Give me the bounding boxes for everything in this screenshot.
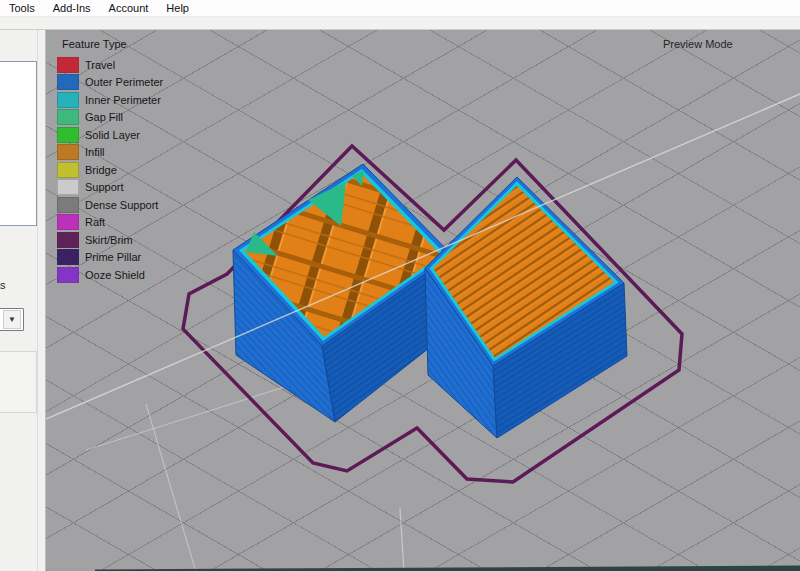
- legend-color-swatch: [57, 127, 79, 143]
- legend-color-swatch: [57, 249, 79, 265]
- legend-item-solid-layer: Solid Layer: [57, 126, 163, 144]
- legend-label: Ooze Shield: [85, 269, 145, 281]
- legend-label: Skirt/Brim: [85, 234, 133, 246]
- feature-legend-items: TravelOuter PerimeterInner PerimeterGap …: [57, 56, 163, 284]
- legend-label: Support: [85, 181, 124, 193]
- menu-item-help[interactable]: Help: [157, 0, 198, 16]
- left-panel: s ▼: [0, 30, 46, 571]
- legend-item-dense-support: Dense Support: [57, 196, 163, 214]
- panel-dropdown[interactable]: ▼: [0, 308, 24, 331]
- legend-item-infill: Infill: [57, 144, 163, 162]
- model-cube-left[interactable]: [233, 164, 457, 422]
- preview-3d-viewport[interactable]: Feature Type TravelOuter PerimeterInner …: [46, 30, 800, 571]
- menu-bar: ToolsAdd-InsAccountHelp: [0, 0, 800, 17]
- legend-item-bridge: Bridge: [57, 161, 163, 179]
- preview-mode-label: Preview Mode: [663, 38, 733, 50]
- legend-color-swatch: [57, 179, 79, 195]
- legend-item-travel: Travel: [57, 56, 163, 74]
- legend-item-prime-pillar: Prime Pillar: [57, 249, 163, 267]
- chevron-down-icon[interactable]: ▼: [3, 310, 21, 329]
- feature-type-legend: Feature Type TravelOuter PerimeterInner …: [57, 38, 163, 284]
- legend-item-gap-fill: Gap Fill: [57, 109, 163, 127]
- bed-edge-line-left: [146, 404, 196, 571]
- legend-color-swatch: [57, 267, 79, 283]
- legend-label: Gap Fill: [85, 111, 123, 123]
- legend-color-swatch: [57, 197, 79, 213]
- legend-label: Dense Support: [85, 199, 158, 211]
- legend-label: Bridge: [85, 164, 117, 176]
- process-list-box[interactable]: [0, 61, 37, 226]
- legend-color-swatch: [57, 74, 79, 90]
- legend-label: Solid Layer: [85, 129, 140, 141]
- legend-color-swatch: [57, 109, 79, 125]
- legend-color-swatch: [57, 162, 79, 178]
- legend-item-raft: Raft: [57, 214, 163, 232]
- bed-edge-line-bottom: [400, 508, 404, 571]
- legend-color-swatch: [57, 232, 79, 248]
- menu-item-account[interactable]: Account: [100, 0, 158, 16]
- menu-item-tools[interactable]: Tools: [0, 0, 44, 16]
- legend-label: Travel: [85, 59, 115, 71]
- legend-color-swatch: [57, 92, 79, 108]
- panel-divider: [37, 30, 38, 571]
- legend-title: Feature Type: [62, 38, 163, 50]
- legend-item-inner-perimeter: Inner Perimeter: [57, 91, 163, 109]
- legend-label: Infill: [85, 146, 105, 158]
- toolbar-strip: [0, 17, 800, 30]
- legend-item-support: Support: [57, 179, 163, 197]
- legend-item-outer-perimeter: Outer Perimeter: [57, 74, 163, 92]
- legend-label: Outer Perimeter: [85, 76, 163, 88]
- legend-color-swatch: [57, 57, 79, 73]
- legend-label: Inner Perimeter: [85, 94, 161, 106]
- legend-item-skirt-brim: Skirt/Brim: [57, 231, 163, 249]
- legend-item-ooze-shield: Ooze Shield: [57, 266, 163, 284]
- menu-item-add-ins[interactable]: Add-Ins: [44, 0, 100, 16]
- legend-label: Raft: [85, 216, 105, 228]
- panel-group-box: [0, 351, 37, 413]
- legend-label: Prime Pillar: [85, 251, 141, 263]
- legend-color-swatch: [57, 214, 79, 230]
- bed-front-edge: [95, 566, 800, 571]
- legend-color-swatch: [57, 144, 79, 160]
- model-cube-right[interactable]: [425, 177, 627, 438]
- panel-truncated-label: s: [0, 279, 6, 291]
